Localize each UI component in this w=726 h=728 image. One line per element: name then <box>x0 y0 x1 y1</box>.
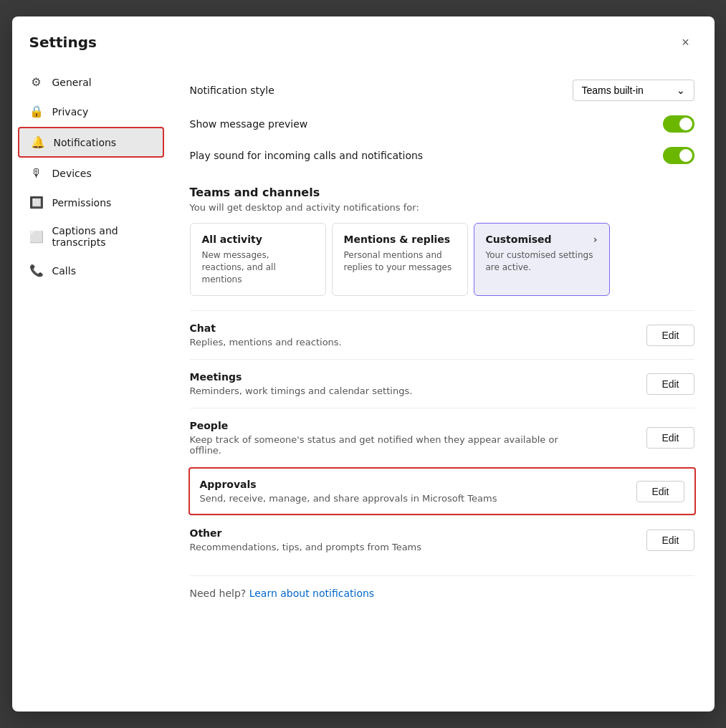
notification-style-dropdown[interactable]: Teams built-in ⌄ <box>573 80 694 101</box>
sidebar-item-label: Notifications <box>54 137 117 148</box>
help-text: Need help? <box>190 588 247 599</box>
sidebar-item-calls[interactable]: 📞Calls <box>18 257 164 284</box>
category-desc-people: Keep track of someone's status and get n… <box>190 434 577 456</box>
close-button[interactable]: × <box>674 31 697 54</box>
show-preview-row: Show message preview <box>190 108 694 140</box>
category-row-other: Other Recommendations, tips, and prompts… <box>190 515 694 564</box>
sidebar-item-label: Captions and transcripts <box>52 225 153 248</box>
captions-icon: ⬜ <box>29 230 44 244</box>
sidebar-item-permissions[interactable]: 🔲Permissions <box>18 188 164 216</box>
card-title: Customised› <box>486 234 598 245</box>
category-info-meetings: Meetings Reminders, work timings and cal… <box>190 371 636 396</box>
edit-meetings-button[interactable]: Edit <box>646 373 694 395</box>
chevron-down-icon: ⌄ <box>677 85 685 96</box>
teams-channels-title: Teams and channels <box>190 186 694 199</box>
edit-people-button[interactable]: Edit <box>646 427 694 449</box>
card-title: Mentions & replies <box>344 234 456 245</box>
category-desc-meetings: Reminders, work timings and calendar set… <box>190 385 577 396</box>
category-section: Chat Replies, mentions and reactions. Ed… <box>190 310 694 564</box>
card-desc: New messages, reactions, and all mention… <box>202 249 314 285</box>
edit-chat-button[interactable]: Edit <box>646 325 694 346</box>
show-preview-toggle[interactable] <box>663 115 694 133</box>
sidebar-item-label: Calls <box>52 265 76 277</box>
category-name-meetings: Meetings <box>190 371 636 383</box>
category-desc-approvals: Send, receive, manage, and share approva… <box>200 493 587 504</box>
play-sound-label: Play sound for incoming calls and notifi… <box>190 150 424 161</box>
notifications-icon: 🔔 <box>31 135 45 149</box>
sidebar: ⚙General🔒Privacy🔔Notifications🎙Devices🔲P… <box>12 61 170 712</box>
category-info-other: Other Recommendations, tips, and prompts… <box>190 527 636 552</box>
category-info-people: People Keep track of someone's status an… <box>190 420 636 456</box>
edit-other-button[interactable]: Edit <box>646 530 694 551</box>
teams-channels-subtitle: You will get desktop and activity notifi… <box>190 202 694 213</box>
general-icon: ⚙ <box>29 75 44 89</box>
notification-style-value: Teams built-in <box>582 85 644 96</box>
card-mentions_replies[interactable]: Mentions & repliesPersonal mentions and … <box>332 223 468 296</box>
category-row-approvals: Approvals Send, receive, manage, and sha… <box>188 467 696 515</box>
notification-style-label: Notification style <box>190 85 274 96</box>
dialog-title: Settings <box>29 34 97 51</box>
help-row: Need help? Learn about notifications <box>190 575 694 599</box>
card-desc: Personal mentions and replies to your me… <box>344 249 456 274</box>
sidebar-item-label: General <box>52 77 92 88</box>
category-desc-other: Recommendations, tips, and prompts from … <box>190 542 577 552</box>
category-row-chat: Chat Replies, mentions and reactions. Ed… <box>190 310 694 359</box>
sidebar-item-privacy[interactable]: 🔒Privacy <box>18 97 164 125</box>
card-arrow-icon: › <box>593 234 598 245</box>
notification-cards: All activityNew messages, reactions, and… <box>190 223 694 296</box>
edit-approvals-button[interactable]: Edit <box>636 481 684 502</box>
category-desc-chat: Replies, mentions and reactions. <box>190 337 577 348</box>
category-name-chat: Chat <box>190 322 636 334</box>
sidebar-item-label: Permissions <box>52 197 112 209</box>
sidebar-item-devices[interactable]: 🎙Devices <box>18 159 164 187</box>
play-sound-row: Play sound for incoming calls and notifi… <box>190 140 694 171</box>
play-sound-toggle[interactable] <box>663 147 694 164</box>
category-info-approvals: Approvals Send, receive, manage, and sha… <box>200 479 626 504</box>
sidebar-item-label: Privacy <box>52 106 89 118</box>
dialog-body: ⚙General🔒Privacy🔔Notifications🎙Devices🔲P… <box>12 61 715 712</box>
sidebar-item-captions[interactable]: ⬜Captions and transcripts <box>18 218 164 255</box>
category-info-chat: Chat Replies, mentions and reactions. <box>190 322 636 348</box>
main-content: Notification style Teams built-in ⌄ Show… <box>170 61 715 712</box>
category-name-approvals: Approvals <box>200 479 626 490</box>
card-desc: Your customised settings are active. <box>486 249 598 274</box>
card-title: All activity <box>202 234 314 245</box>
sidebar-item-notifications[interactable]: 🔔Notifications <box>18 127 164 158</box>
privacy-icon: 🔒 <box>29 105 44 118</box>
card-customised[interactable]: Customised›Your customised settings are … <box>474 223 610 296</box>
card-all_activity[interactable]: All activityNew messages, reactions, and… <box>190 223 326 296</box>
notification-style-row: Notification style Teams built-in ⌄ <box>190 72 694 108</box>
category-name-people: People <box>190 420 636 431</box>
dialog-header: Settings × <box>12 16 715 61</box>
calls-icon: 📞 <box>29 264 44 277</box>
help-link[interactable]: Learn about notifications <box>249 588 374 599</box>
category-row-meetings: Meetings Reminders, work timings and cal… <box>190 359 694 408</box>
settings-dialog: Settings × ⚙General🔒Privacy🔔Notification… <box>12 16 715 712</box>
show-preview-label: Show message preview <box>190 118 308 130</box>
devices-icon: 🎙 <box>29 166 44 180</box>
category-row-people: People Keep track of someone's status an… <box>190 408 694 467</box>
permissions-icon: 🔲 <box>29 196 44 209</box>
sidebar-item-label: Devices <box>52 168 92 179</box>
category-name-other: Other <box>190 527 636 539</box>
sidebar-item-general[interactable]: ⚙General <box>18 68 164 96</box>
